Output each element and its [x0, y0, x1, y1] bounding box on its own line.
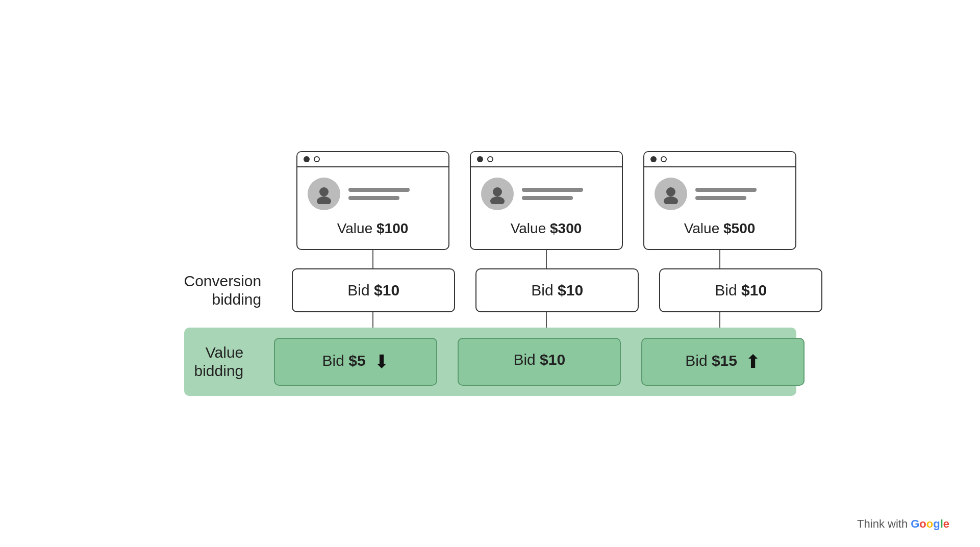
conversion-bid-amount-1: $10: [374, 282, 399, 299]
browser-chrome-1: [297, 152, 448, 167]
value-amount-2: $300: [550, 220, 582, 236]
svg-point-0: [319, 187, 329, 196]
user-row-1: [308, 178, 438, 210]
value-bid-cards: Bid $5 ⬇ Bid $10 Bid $15 ⬆: [274, 338, 805, 386]
value-amount-1: $100: [376, 220, 408, 236]
user-line-2a: [522, 188, 583, 192]
google-logo: Google: [911, 517, 949, 531]
svg-point-5: [664, 196, 678, 204]
conversion-bid-amount-2: $10: [558, 282, 583, 299]
connector-mid-line-3: [643, 312, 796, 328]
browser-chrome-3: [644, 152, 795, 167]
user-lines-1: [348, 188, 410, 200]
connectors-top: [296, 250, 796, 268]
conversion-bid-text-1: Bid $10: [347, 282, 399, 299]
user-lines-3: [695, 188, 757, 200]
value-bid-text-3: Bid $15 ⬆: [685, 352, 761, 369]
think-with-text: Think with: [857, 517, 908, 531]
browser-card-1: Value $100: [296, 151, 449, 250]
value-bidding-section: Value bidding Bid $5 ⬇ Bid $10 Bid $15: [184, 328, 796, 396]
user-row-2: [481, 178, 612, 210]
browser-card-2: Value $300: [470, 151, 623, 250]
conversion-bid-text-3: Bid $10: [715, 282, 767, 299]
avatar-icon-2: [487, 184, 508, 204]
diagram-wrapper: Value $100: [184, 151, 796, 396]
avatar-3: [655, 178, 687, 210]
avatar-icon-1: [314, 184, 334, 204]
user-line-1a: [348, 188, 410, 192]
conversion-bid-card-3: Bid $10: [659, 268, 822, 312]
value-bid-card-3: Bid $15 ⬆: [641, 338, 805, 386]
footer: Think with Google: [857, 517, 949, 531]
browser-card-3: Value $500: [643, 151, 796, 250]
value-label-section: Value bidding: [194, 343, 254, 380]
connector-line-2: [470, 250, 623, 268]
value-bid-text-1: Bid $5 ⬇: [322, 352, 389, 369]
dot-filled-3: [650, 156, 657, 162]
main-container: Value $100: [0, 0, 980, 547]
conversion-bid-amount-3: $10: [741, 282, 767, 299]
conversion-bid-text-2: Bid $10: [531, 282, 583, 299]
connectors-middle: [296, 312, 796, 328]
svg-point-4: [666, 187, 675, 196]
value-bidding-label: Value bidding: [194, 344, 244, 379]
dot-empty-2: [487, 156, 493, 162]
value-bid-amount-3: $15: [712, 352, 737, 369]
dot-filled-2: [477, 156, 483, 162]
conversion-label-section: Conversion bidding: [184, 272, 272, 309]
svg-point-1: [317, 196, 331, 204]
browser-content-1: Value $100: [297, 167, 448, 249]
value-text-1: Value $100: [308, 220, 438, 237]
value-bid-amount-2: $10: [540, 351, 565, 368]
user-line-3b: [695, 196, 746, 200]
avatar-2: [481, 178, 514, 210]
arrow-down-icon: ⬇: [374, 351, 389, 372]
conversion-bid-card-1: Bid $10: [292, 268, 455, 312]
value-amount-3: $500: [723, 220, 755, 236]
dot-empty-1: [314, 156, 320, 162]
conversion-bid-cards: Bid $10 Bid $10 Bid $10: [292, 268, 822, 312]
user-lines-2: [522, 188, 583, 200]
svg-point-2: [493, 187, 502, 196]
browser-content-2: Value $300: [471, 167, 622, 249]
user-line-3a: [695, 188, 757, 192]
connector-mid-line-2: [470, 312, 623, 328]
connector-line-1: [296, 250, 449, 268]
avatar-icon-3: [661, 184, 681, 204]
browser-chrome-2: [471, 152, 622, 167]
browser-content-3: Value $500: [644, 167, 795, 249]
conversion-bid-card-2: Bid $10: [475, 268, 639, 312]
value-text-3: Value $500: [655, 220, 785, 237]
user-line-2b: [522, 196, 573, 200]
connector-line-3: [643, 250, 796, 268]
conversion-bidding-row: Conversion bidding Bid $10 Bid $10 Bid $…: [184, 268, 796, 312]
value-bid-card-1: Bid $5 ⬇: [274, 338, 437, 386]
dot-filled-1: [304, 156, 310, 162]
google-letter-g: G: [911, 517, 919, 530]
value-text-2: Value $300: [481, 220, 612, 237]
connector-mid-line-1: [296, 312, 449, 328]
google-letter-o1: o: [919, 517, 926, 530]
avatar-1: [308, 178, 340, 210]
conversion-bidding-label: Conversion bidding: [184, 272, 262, 308]
svg-point-3: [490, 196, 505, 204]
value-bid-card-2: Bid $10: [458, 338, 621, 386]
arrow-up-icon: ⬆: [745, 351, 761, 372]
google-letter-g2: g: [933, 517, 940, 530]
value-bid-text-2: Bid $10: [513, 351, 565, 368]
user-row-3: [655, 178, 785, 210]
google-letter-e: e: [943, 517, 949, 530]
google-letter-o2: o: [926, 517, 933, 530]
value-bid-amount-1: $5: [348, 352, 365, 369]
user-line-1b: [348, 196, 399, 200]
dot-empty-3: [661, 156, 667, 162]
browser-cards-row: Value $100: [296, 151, 796, 250]
